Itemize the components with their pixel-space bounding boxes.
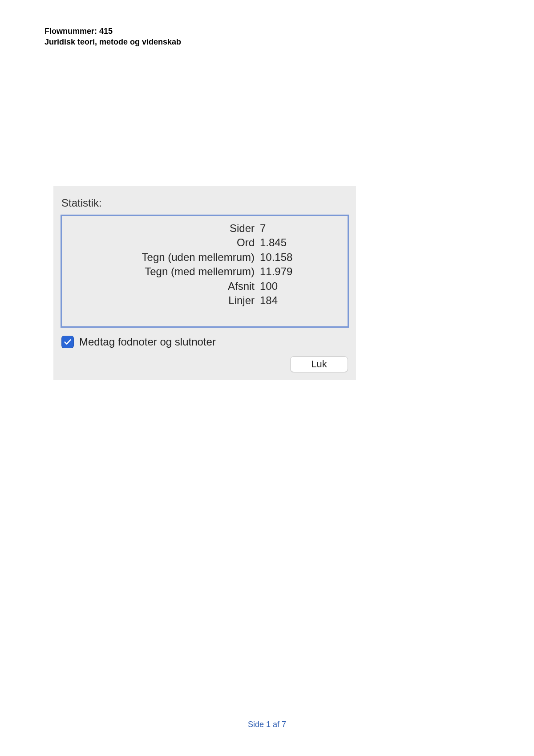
stat-value: 184 xyxy=(260,293,278,308)
stat-value: 7 xyxy=(260,221,266,236)
statistics-box: Sider 7 Ord 1.845 Tegn (uden mellemrum) … xyxy=(61,215,349,328)
stat-label: Sider xyxy=(75,221,260,236)
dialog-title: Statistik: xyxy=(61,197,356,209)
stat-value: 11.979 xyxy=(260,264,292,279)
stat-row-chars-space: Tegn (med mellemrum) 11.979 xyxy=(75,264,334,279)
header-line-1: Flownummer: 415 xyxy=(44,26,181,37)
dialog-button-row: Luk xyxy=(53,356,348,372)
stat-label: Tegn (med mellemrum) xyxy=(75,264,260,279)
stat-label: Afsnit xyxy=(75,279,260,293)
stat-value: 100 xyxy=(260,279,278,293)
stat-row-paragraphs: Afsnit 100 xyxy=(75,279,334,293)
stat-row-chars-nospace: Tegn (uden mellemrum) 10.158 xyxy=(75,250,334,264)
close-button[interactable]: Luk xyxy=(290,356,348,372)
checkbox-checked-icon[interactable] xyxy=(61,336,74,348)
stat-value: 10.158 xyxy=(260,250,292,264)
include-footnotes-row[interactable]: Medtag fodnoter og slutnoter xyxy=(61,336,356,348)
document-header: Flownummer: 415 Juridisk teori, metode o… xyxy=(44,26,181,48)
stat-row-pages: Sider 7 xyxy=(75,221,334,236)
stat-row-words: Ord 1.845 xyxy=(75,236,334,250)
header-line-2: Juridisk teori, metode og videnskab xyxy=(44,37,181,47)
statistics-dialog: Statistik: Sider 7 Ord 1.845 Tegn (uden … xyxy=(53,186,356,380)
stat-row-lines: Linjer 184 xyxy=(75,293,334,308)
stat-label: Tegn (uden mellemrum) xyxy=(75,250,260,264)
stat-label: Ord xyxy=(75,236,260,250)
checkbox-label: Medtag fodnoter og slutnoter xyxy=(79,336,216,348)
stat-value: 1.845 xyxy=(260,236,287,250)
stat-label: Linjer xyxy=(75,293,260,308)
page-number-footer: Side 1 af 7 xyxy=(0,720,534,729)
